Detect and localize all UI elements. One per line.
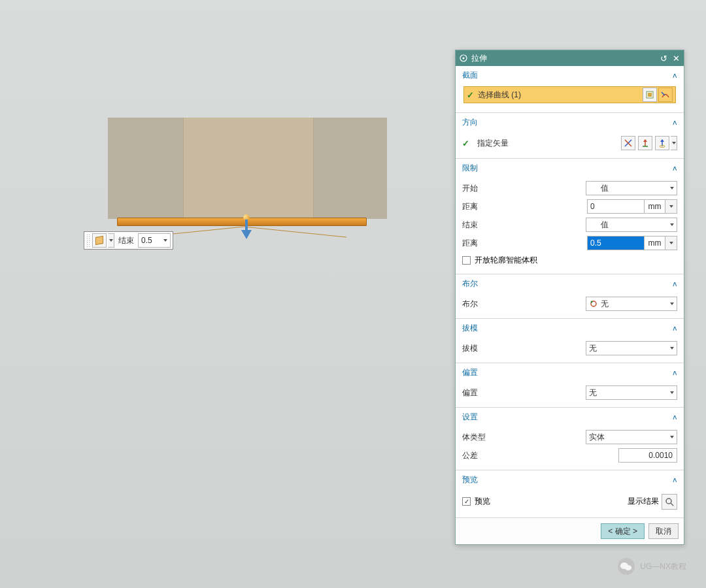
svg-line-8 bbox=[662, 92, 665, 95]
watermark-text: UG—NX教程 bbox=[640, 561, 686, 572]
start-distance-input[interactable]: 0 bbox=[587, 199, 645, 214]
tolerance-input[interactable]: 0.0010 bbox=[618, 448, 677, 463]
start-type-combo[interactable]: 值 bbox=[586, 181, 677, 195]
section-boolean: 布尔 ʌ 布尔 无 bbox=[456, 274, 684, 319]
model-block-front bbox=[183, 118, 314, 219]
svg-point-19 bbox=[666, 498, 671, 504]
floating-end-toolbar[interactable]: 结束 0.5 bbox=[84, 231, 173, 250]
chevron-down-icon bbox=[670, 391, 674, 394]
collapse-icon: ʌ bbox=[673, 71, 677, 80]
end-distance-label: 距离 bbox=[462, 238, 587, 249]
body-type-label: 体类型 bbox=[462, 432, 586, 443]
chevron-down-icon bbox=[670, 347, 674, 350]
svg-marker-12 bbox=[643, 139, 647, 142]
end-distance-input[interactable]: 0.5 bbox=[587, 236, 645, 250]
specify-vector-label: ✓ 指定矢量 bbox=[462, 138, 620, 149]
end-label: 结束 bbox=[462, 220, 586, 231]
section-header-boolean[interactable]: 布尔 ʌ bbox=[456, 274, 684, 292]
viewport-model bbox=[108, 118, 387, 219]
show-result-label: 显示结果 bbox=[628, 496, 659, 507]
show-result-button[interactable] bbox=[662, 494, 677, 510]
draft-label: 拔模 bbox=[462, 343, 586, 354]
direction-arrow-icon[interactable] bbox=[241, 220, 252, 239]
cube-icon bbox=[95, 236, 103, 245]
reset-button[interactable]: ↺ bbox=[660, 54, 667, 63]
boolean-label: 布尔 bbox=[462, 299, 586, 310]
collapse-icon: ʌ bbox=[673, 368, 677, 377]
section-title: 布尔 bbox=[462, 278, 478, 289]
section-header-settings[interactable]: 设置 ʌ bbox=[456, 408, 684, 425]
value-icon bbox=[589, 184, 598, 193]
section-header-offset[interactable]: 偏置 ʌ bbox=[456, 363, 684, 381]
svg-rect-2 bbox=[245, 220, 248, 230]
value-icon bbox=[589, 220, 598, 229]
float-value-text: 0.5 bbox=[141, 236, 152, 245]
offset-label: 偏置 bbox=[462, 387, 586, 399]
collapse-icon: ʌ bbox=[673, 413, 677, 421]
float-label: 结束 bbox=[116, 235, 137, 246]
reverse-direction-button[interactable] bbox=[638, 136, 652, 150]
preview-checkbox[interactable] bbox=[462, 497, 471, 506]
section-header-limits[interactable]: 限制 ʌ bbox=[456, 159, 684, 176]
select-curve-label: 选择曲线 (1) bbox=[478, 90, 641, 101]
sketch-section-button[interactable] bbox=[643, 88, 657, 102]
section-header-draft[interactable]: 拔模 ʌ bbox=[456, 319, 684, 336]
grip-icon[interactable] bbox=[86, 234, 91, 247]
section-header-direction[interactable]: 方向 ʌ bbox=[456, 113, 684, 131]
select-curve-row[interactable]: ✓ 选择曲线 (1) bbox=[463, 86, 676, 103]
section-title: 预览 bbox=[462, 474, 478, 485]
chevron-down-icon bbox=[670, 436, 674, 438]
section-title: 限制 bbox=[462, 163, 478, 174]
extrude-dialog: 拉伸 ↺ ✕ 截面 ʌ ✓ 选择曲线 (1) 方向 ʌ bbox=[455, 50, 684, 545]
section-header-preview[interactable]: 预览 ʌ bbox=[456, 470, 684, 488]
end-distance-dropdown[interactable] bbox=[665, 236, 677, 250]
vector-dialog-button[interactable] bbox=[621, 136, 635, 150]
end-type-dropdown[interactable] bbox=[108, 233, 114, 248]
svg-marker-15 bbox=[660, 139, 664, 142]
section-settings: 设置 ʌ 体类型 实体 公差 0.0010 bbox=[456, 408, 684, 470]
section-title: 方向 bbox=[462, 117, 478, 128]
tolerance-label: 公差 bbox=[462, 450, 618, 461]
chevron-down-icon bbox=[669, 242, 673, 244]
vector-constructor-button[interactable] bbox=[655, 136, 669, 150]
offset-combo[interactable]: 无 bbox=[586, 385, 677, 400]
chevron-down-icon bbox=[672, 142, 676, 144]
start-distance-dropdown[interactable] bbox=[665, 199, 677, 214]
curve-rule-button[interactable] bbox=[658, 88, 673, 102]
collapse-icon: ʌ bbox=[673, 118, 677, 127]
close-button[interactable]: ✕ bbox=[673, 54, 680, 63]
ok-button[interactable]: < 确定 > bbox=[601, 523, 645, 539]
end-type-combo[interactable]: 值 bbox=[586, 218, 677, 232]
end-type-button[interactable] bbox=[92, 233, 107, 248]
chevron-down-icon bbox=[670, 223, 674, 226]
collapse-icon: ʌ bbox=[673, 164, 677, 172]
chevron-down-icon bbox=[163, 239, 167, 242]
dialog-title-text: 拉伸 bbox=[471, 53, 487, 64]
check-icon: ✓ bbox=[462, 139, 469, 148]
cancel-button[interactable]: 取消 bbox=[648, 523, 679, 539]
dialog-footer: < 确定 > 取消 bbox=[456, 518, 684, 544]
collapse-icon: ʌ bbox=[673, 476, 677, 484]
check-icon: ✓ bbox=[467, 90, 474, 100]
section-preview: 预览 ʌ 预览 显示结果 bbox=[456, 470, 684, 518]
start-distance-label: 距离 bbox=[462, 201, 587, 212]
draft-combo[interactable]: 无 bbox=[586, 341, 677, 355]
chevron-down-icon bbox=[670, 302, 674, 305]
dialog-titlebar[interactable]: 拉伸 ↺ ✕ bbox=[456, 50, 684, 66]
section-title: 拔模 bbox=[462, 323, 478, 334]
start-unit: mm bbox=[645, 199, 665, 214]
float-value-input[interactable]: 0.5 bbox=[138, 233, 171, 248]
open-profile-checkbox[interactable] bbox=[462, 256, 471, 265]
wechat-icon bbox=[618, 558, 635, 575]
chevron-down-icon bbox=[669, 205, 673, 208]
start-label: 开始 bbox=[462, 183, 586, 194]
section-title: 截面 bbox=[462, 70, 478, 81]
body-type-combo[interactable]: 实体 bbox=[586, 430, 677, 444]
section-header-profile[interactable]: 截面 ʌ bbox=[456, 66, 684, 84]
collapse-icon: ʌ bbox=[673, 324, 677, 333]
gear-icon bbox=[460, 54, 467, 62]
boolean-combo[interactable]: 无 bbox=[586, 297, 677, 311]
preview-label: 预览 bbox=[475, 496, 490, 507]
svg-line-1 bbox=[244, 227, 346, 237]
vector-dropdown[interactable] bbox=[671, 136, 677, 150]
